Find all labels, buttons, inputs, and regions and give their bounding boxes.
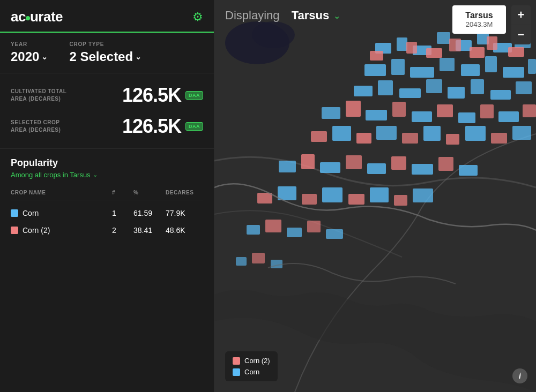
svg-rect-31 <box>470 47 485 58</box>
svg-rect-13 <box>410 67 434 78</box>
svg-rect-41 <box>480 104 494 118</box>
svg-rect-70 <box>413 189 433 202</box>
col-header-rank: # <box>112 190 133 195</box>
table-row: Corn (2) 2 38.41 48.6K <box>11 222 203 239</box>
map-legend: Corn (2) Corn <box>225 351 278 381</box>
svg-rect-6 <box>437 32 450 44</box>
app-logo: acurate <box>11 9 63 25</box>
svg-rect-43 <box>523 104 536 117</box>
svg-rect-64 <box>278 186 296 200</box>
svg-rect-54 <box>279 161 296 172</box>
svg-rect-34 <box>322 107 340 119</box>
left-panel: acurate ⚙ YEAR 2020 ⌄ CROP TYPE 2 Select… <box>0 0 214 392</box>
year-dropdown[interactable]: 2020 ⌄ <box>11 49 48 64</box>
svg-rect-18 <box>528 59 536 74</box>
svg-rect-12 <box>391 59 405 75</box>
svg-rect-4 <box>397 37 407 51</box>
crop-color-swatch <box>11 227 18 234</box>
svg-rect-42 <box>498 111 519 122</box>
svg-rect-57 <box>346 155 362 169</box>
info-box-value: 2043.3M <box>461 20 497 28</box>
location-chevron-icon[interactable]: ⌄ <box>333 11 340 21</box>
cultivated-value: 126.5K <box>122 84 181 107</box>
svg-rect-27 <box>370 51 383 61</box>
zoom-out-button[interactable]: − <box>511 25 531 44</box>
crop-decares: 48.6K <box>166 226 203 235</box>
popularity-title: Popularity <box>11 157 203 169</box>
svg-rect-63 <box>257 193 272 203</box>
crop-color-swatch <box>11 209 18 217</box>
svg-rect-73 <box>287 228 302 237</box>
crop-type-label: CROP TYPE <box>69 41 142 47</box>
crop-type-chevron-icon: ⌄ <box>135 52 142 61</box>
year-value: 2020 <box>11 49 39 64</box>
svg-rect-53 <box>512 126 531 140</box>
cultivated-daa-badge: DAA <box>185 91 203 100</box>
crop-name-cell: Corn <box>11 209 112 217</box>
svg-rect-60 <box>412 164 433 175</box>
crop-type-dropdown[interactable]: 2 Selected ⌄ <box>69 49 142 64</box>
svg-rect-71 <box>247 225 260 235</box>
svg-rect-16 <box>485 56 497 72</box>
svg-rect-59 <box>391 156 406 170</box>
svg-rect-35 <box>346 101 361 117</box>
svg-rect-75 <box>326 229 343 239</box>
legend-item-corn2: Corn (2) <box>233 357 270 365</box>
svg-rect-11 <box>364 64 386 76</box>
zoom-controls: + − <box>511 5 531 44</box>
corn2-swatch <box>233 357 240 365</box>
legend-item-corn: Corn <box>233 368 270 376</box>
popularity-section: Popularity Among all crops in Tarsus ⌄ C… <box>0 149 214 392</box>
filter-row: YEAR 2020 ⌄ CROP TYPE 2 Selected ⌄ <box>11 41 203 64</box>
filters-section: YEAR 2020 ⌄ CROP TYPE 2 Selected ⌄ <box>0 33 214 73</box>
svg-rect-55 <box>301 154 315 169</box>
location-name: Tarsus <box>292 9 330 22</box>
svg-rect-74 <box>307 221 321 232</box>
info-button[interactable]: i <box>512 368 527 383</box>
crop-name-text: Corn <box>23 209 39 217</box>
svg-rect-14 <box>440 58 455 71</box>
corn-swatch <box>233 368 240 376</box>
map-title: Displaying Tarsus ⌄ <box>225 9 340 22</box>
svg-rect-50 <box>446 134 459 145</box>
svg-rect-40 <box>458 112 475 123</box>
svg-rect-61 <box>438 157 453 171</box>
svg-rect-28 <box>406 42 417 54</box>
cultivated-stat-row: CULTIVATED TOTAL AREA (DECARES) 126.5K D… <box>11 84 203 107</box>
svg-rect-36 <box>366 110 387 120</box>
svg-rect-25 <box>490 90 511 100</box>
svg-point-2 <box>252 21 295 48</box>
svg-rect-67 <box>348 194 364 205</box>
year-label: YEAR <box>11 41 48 47</box>
crop-rank: 2 <box>112 226 133 235</box>
displaying-text: Displaying <box>225 9 280 22</box>
map-panel: Displaying Tarsus ⌄ Tarsus 2043.3M + − C… <box>214 0 536 392</box>
svg-rect-52 <box>491 133 507 144</box>
svg-rect-21 <box>399 88 421 98</box>
svg-rect-66 <box>322 187 343 202</box>
svg-rect-58 <box>367 163 386 174</box>
logo-dot <box>26 16 30 20</box>
svg-rect-47 <box>376 126 397 140</box>
svg-rect-19 <box>354 86 373 96</box>
zoom-in-button[interactable]: + <box>511 5 531 25</box>
popularity-subtitle-dropdown[interactable]: Among all crops in Tarsus ⌄ <box>11 171 203 179</box>
svg-rect-56 <box>320 162 340 173</box>
svg-rect-46 <box>356 133 371 144</box>
selected-daa-badge: DAA <box>185 122 203 131</box>
info-box: Tarsus 2043.3M <box>452 5 506 34</box>
svg-rect-76 <box>236 257 247 266</box>
svg-rect-65 <box>302 194 317 205</box>
cultivated-label: CULTIVATED TOTAL AREA (DECARES) <box>11 88 75 103</box>
corn-label: Corn <box>244 368 259 376</box>
svg-rect-72 <box>265 220 281 232</box>
svg-rect-33 <box>508 47 524 57</box>
stats-section: CULTIVATED TOTAL AREA (DECARES) 126.5K D… <box>0 73 214 149</box>
settings-icon[interactable]: ⚙ <box>192 10 203 24</box>
svg-rect-44 <box>311 131 327 142</box>
popularity-subtitle-text: Among all crops in Tarsus <box>11 171 91 179</box>
svg-rect-45 <box>332 126 351 141</box>
svg-rect-49 <box>423 126 441 141</box>
selected-crop-label: SELECTED CROP AREA (DECARES) <box>11 119 75 134</box>
crop-type-filter-group: CROP TYPE 2 Selected ⌄ <box>69 41 142 64</box>
